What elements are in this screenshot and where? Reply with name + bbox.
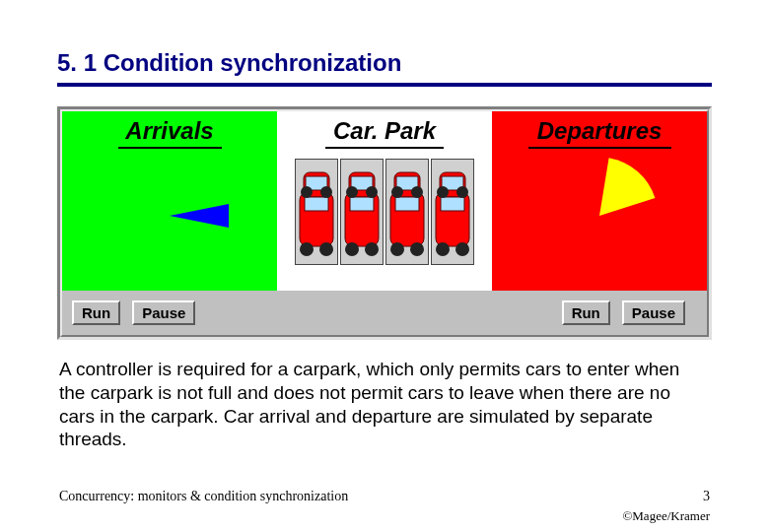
svg-point-31 <box>456 186 468 198</box>
car-icon <box>386 163 428 261</box>
copyright-text: ©Magee/Kramer <box>622 508 710 524</box>
svg-rect-3 <box>305 197 328 211</box>
arrivals-title: Arrivals <box>125 117 213 145</box>
panels-row: Arrivals Car. Park <box>62 111 707 291</box>
svg-rect-19 <box>395 197 419 211</box>
car-icon <box>432 163 473 261</box>
svg-point-12 <box>345 242 359 256</box>
arrivals-pie <box>110 157 229 275</box>
car-slot <box>340 159 384 265</box>
svg-point-14 <box>346 186 358 198</box>
departures-run-button[interactable]: Run <box>562 300 610 325</box>
departures-title: Departures <box>537 117 663 145</box>
controls-row: Run Pause Run Pause <box>62 291 707 335</box>
slide-footer: Concurrency: monitors & condition synchr… <box>59 489 710 504</box>
arrivals-panel: Arrivals <box>62 111 277 291</box>
svg-point-29 <box>455 242 469 256</box>
departures-pie-svg <box>540 157 659 275</box>
car-slot <box>295 159 338 265</box>
arrivals-run-button[interactable]: Run <box>72 300 120 325</box>
svg-rect-27 <box>441 197 464 211</box>
car-icon <box>341 163 383 261</box>
footer-page-number: 3 <box>703 489 710 504</box>
svg-point-30 <box>437 186 449 198</box>
arrivals-pause-button[interactable]: Pause <box>132 300 195 325</box>
carpark-applet: Arrivals Car. Park <box>57 106 712 340</box>
arrivals-pie-svg <box>110 157 229 275</box>
footer-left: Concurrency: monitors & condition synchr… <box>59 489 348 504</box>
departures-panel: Departures <box>492 111 707 291</box>
svg-point-21 <box>410 242 424 256</box>
heading-rule <box>57 83 712 87</box>
svg-point-6 <box>301 186 313 198</box>
description-text: A controller is required for a carpark, … <box>59 358 710 451</box>
carpark-panel: Car. Park <box>277 111 492 291</box>
svg-point-28 <box>436 242 450 256</box>
svg-point-7 <box>320 186 332 198</box>
svg-point-20 <box>390 242 404 256</box>
section-heading: 5. 1 Condition synchronization <box>0 0 769 83</box>
svg-point-4 <box>300 242 314 256</box>
carpark-underline <box>325 147 444 149</box>
svg-point-15 <box>366 186 378 198</box>
carpark-title: Car. Park <box>333 117 436 145</box>
departures-pause-button[interactable]: Pause <box>622 300 685 325</box>
departures-underline <box>528 147 671 149</box>
departures-pie <box>540 157 659 275</box>
svg-point-23 <box>411 186 423 198</box>
controls-gap <box>207 300 561 325</box>
svg-rect-11 <box>350 197 374 211</box>
svg-point-5 <box>319 242 333 256</box>
car-slot <box>385 159 429 265</box>
applet-inner: Arrivals Car. Park <box>60 109 709 337</box>
car-slots <box>295 159 474 265</box>
arrivals-underline <box>118 147 222 149</box>
svg-point-22 <box>391 186 403 198</box>
car-slot <box>431 159 474 265</box>
car-icon <box>296 163 337 261</box>
svg-point-13 <box>365 242 379 256</box>
